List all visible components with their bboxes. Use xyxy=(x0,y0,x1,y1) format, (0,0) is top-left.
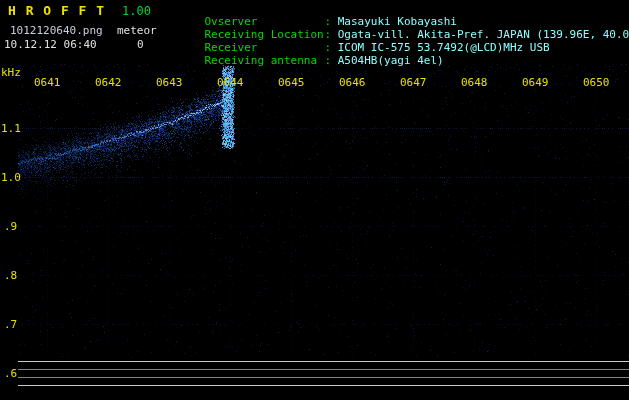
info-colon: : xyxy=(325,54,338,67)
time-label: 0645 xyxy=(278,76,305,89)
info-label-antenna: Receiving antenna xyxy=(205,54,325,67)
time-label: 0649 xyxy=(522,76,549,89)
info-value-antenna: A504HB(yagi 4el) xyxy=(338,54,444,67)
freq-label: 1.1 xyxy=(1,122,21,135)
freq-label: .6 xyxy=(4,367,17,380)
hrofft-window: H R O F F T 1.00 1012120640.png meteor 0… xyxy=(0,0,629,400)
freq-axis-unit: kHz xyxy=(1,66,21,79)
time-label: 0647 xyxy=(400,76,427,89)
info-row-antenna: Receiving antenna: A504HB(yagi 4el) xyxy=(178,41,444,80)
freq-label: .7 xyxy=(4,318,17,331)
app-title: H R O F F T xyxy=(8,3,105,18)
time-label: 0648 xyxy=(461,76,488,89)
freq-label: .9 xyxy=(4,220,17,233)
time-label: 0642 xyxy=(95,76,122,89)
time-label: 0650 xyxy=(583,76,610,89)
freq-label: 1.0 xyxy=(1,171,21,184)
datetime-stamp: 10.12.12 06:40 xyxy=(4,38,97,51)
time-label: 0641 xyxy=(34,76,61,89)
freq-label: .8 xyxy=(4,269,17,282)
time-label: 0644 xyxy=(217,76,244,89)
meteor-counter-label: meteor xyxy=(117,24,157,37)
app-version: 1.00 xyxy=(122,4,151,18)
time-label: 0643 xyxy=(156,76,183,89)
meteor-count: 0 xyxy=(137,38,144,51)
output-filename: 1012120640.png xyxy=(10,24,103,37)
time-label: 0646 xyxy=(339,76,366,89)
